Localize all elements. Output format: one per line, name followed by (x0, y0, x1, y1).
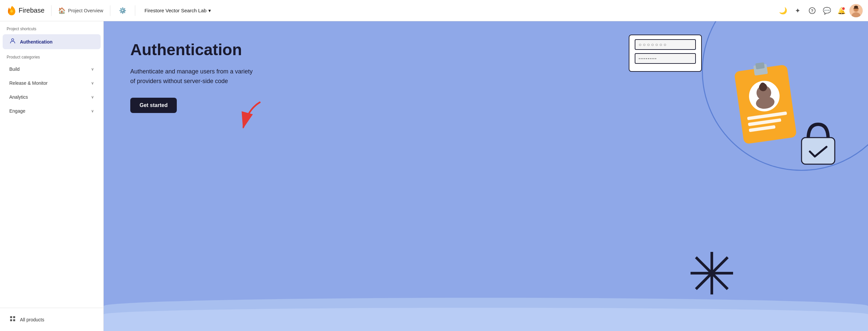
login-field-2: •••••••••• (635, 53, 696, 64)
project-name: Firestore Vector Search Lab (145, 8, 207, 13)
sidebar-item-engage[interactable]: Engage ∨ (3, 104, 101, 118)
sidebar: Project shortcuts Authentication Product… (0, 21, 104, 331)
id-card-illustration (728, 48, 802, 155)
sidebar-authentication-label: Authentication (20, 39, 53, 44)
top-navigation: Firebase 🏠 Project Overview ⚙️ Firestore… (0, 0, 868, 21)
id-card-svg (728, 48, 802, 154)
firebase-logo[interactable]: Firebase (5, 5, 44, 16)
dark-mode-button[interactable]: 🌙 (776, 4, 789, 17)
svg-point-7 (12, 38, 14, 41)
all-products-link[interactable]: All products (3, 312, 101, 327)
help-circle-icon: ? (808, 7, 816, 14)
settings-icon[interactable]: ⚙️ (117, 5, 128, 16)
project-selector[interactable]: Firestore Vector Search Lab ▾ (142, 6, 214, 15)
login-dots-1: ○○○○○○○ (639, 42, 668, 47)
svg-rect-8 (10, 317, 12, 319)
asterisk-svg (688, 250, 735, 296)
authentication-icon (9, 37, 16, 46)
project-overview-label: Project Overview (68, 8, 103, 13)
grid-icon (9, 315, 16, 324)
lock-svg (795, 114, 841, 168)
login-field-1: ○○○○○○○ (635, 39, 696, 50)
svg-rect-10 (10, 319, 12, 321)
page-title: Authentication (130, 41, 256, 59)
home-icon: 🏠 (58, 7, 65, 14)
login-box-illustration: ○○○○○○○ •••••••••• (629, 35, 702, 72)
avatar-image (849, 4, 863, 17)
svg-text:?: ? (811, 8, 813, 13)
svg-rect-11 (13, 319, 15, 321)
dropdown-icon: ▾ (208, 8, 211, 13)
build-chevron-icon: ∨ (91, 67, 94, 71)
release-monitor-label: Release & Monitor (9, 81, 48, 86)
user-avatar-button[interactable] (849, 4, 863, 17)
release-monitor-chevron-icon: ∨ (91, 81, 94, 85)
sidebar-item-analytics[interactable]: Analytics ∨ (3, 90, 101, 104)
notifications-button[interactable]: 🔔 (835, 4, 848, 17)
main-content-area: ○○○○○○○ •••••••••• (104, 21, 868, 331)
bg-wave2-decoration (104, 308, 868, 331)
svg-rect-14 (755, 62, 765, 69)
help-button[interactable]: ? (806, 4, 819, 17)
chat-button[interactable]: 💬 (820, 4, 833, 17)
asterisk-illustration (688, 250, 735, 298)
sidebar-item-release-monitor[interactable]: Release & Monitor ∨ (3, 77, 101, 90)
get-started-button[interactable]: Get started (130, 98, 177, 113)
engage-chevron-icon: ∨ (91, 109, 94, 113)
login-form-illustration: ○○○○○○○ •••••••••• (629, 35, 702, 72)
page-description: Authenticate and manage users from a var… (130, 67, 256, 86)
engage-label: Engage (9, 108, 25, 114)
project-overview-link[interactable]: 🏠 Project Overview (58, 7, 103, 14)
svg-rect-9 (13, 317, 15, 319)
svg-rect-23 (802, 138, 835, 164)
project-shortcuts-label: Project shortcuts (0, 21, 103, 34)
build-label: Build (9, 66, 20, 72)
login-dots-2: •••••••••• (639, 57, 657, 60)
nav-divider-3 (135, 5, 135, 16)
content-text-block: Authentication Authenticate and manage u… (130, 41, 256, 113)
product-categories-label: Product categories (0, 50, 103, 62)
lock-illustration (795, 114, 841, 169)
nav-left: Firebase 🏠 Project Overview ⚙️ Firestore… (5, 5, 214, 16)
nav-right: 🌙 ✦ ? 💬 🔔 (776, 4, 863, 17)
nav-divider (51, 5, 52, 16)
sparkle-button[interactable]: ✦ (791, 4, 804, 17)
all-products-label: All products (20, 317, 44, 322)
analytics-chevron-icon: ∨ (91, 95, 94, 99)
nav-divider-2 (110, 5, 110, 16)
sidebar-footer: All products (0, 308, 103, 331)
svg-point-6 (854, 6, 858, 8)
sidebar-item-build[interactable]: Build ∨ (3, 62, 101, 76)
main-layout: Project shortcuts Authentication Product… (0, 21, 868, 331)
firebase-logo-text: Firebase (19, 7, 44, 14)
sidebar-item-authentication[interactable]: Authentication (3, 34, 101, 49)
flame-icon (5, 5, 16, 16)
analytics-label: Analytics (9, 94, 28, 100)
